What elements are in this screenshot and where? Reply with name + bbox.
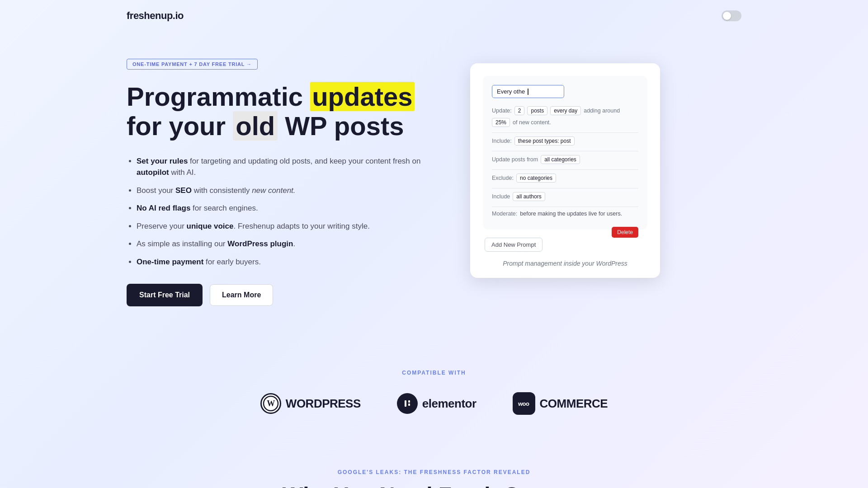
woocommerce-logo: woo COMMERCE (513, 392, 608, 415)
woocommerce-icon: woo (513, 392, 535, 415)
start-trial-button[interactable]: Start Free Trial (127, 284, 203, 306)
bold-text: No AI red flags (137, 204, 190, 212)
bold-text: One-time payment (137, 258, 203, 266)
svg-text:woo: woo (518, 400, 529, 407)
logos-row: W WORDPRESS elementor woo (127, 392, 741, 415)
header: freshenup.io (0, 0, 868, 32)
hero-left: ONE-TIME PAYMENT + 7 DAY FREE TRIAL → Pr… (127, 59, 434, 306)
rule-tag-authors[interactable]: all authors (513, 192, 545, 201)
toggle-thumb (723, 12, 731, 20)
rule-label: Include (492, 193, 510, 200)
rule-row-moderate: Moderate: before making the updates live… (492, 211, 638, 217)
rule-tag[interactable]: no categories (516, 174, 556, 183)
rule-label: Update: (492, 108, 512, 114)
rule-tag[interactable]: 2 (514, 106, 525, 115)
hero-title: Programmatic updates for your old WP pos… (127, 82, 434, 141)
list-item: No AI red flags for search engines. (137, 202, 434, 214)
prompt-text: Every othe (497, 88, 525, 95)
list-item: Boost your SEO with consistently new con… (137, 185, 434, 197)
ui-card: Every othe Update: 2 posts every day add… (470, 63, 660, 278)
rule-tag[interactable]: every day (550, 106, 581, 115)
svg-text:W: W (267, 399, 275, 408)
bold-text: SEO (175, 186, 192, 195)
compatible-label: COMPATIBLE WITH (127, 370, 741, 376)
logo: freshenup.io (127, 10, 184, 22)
woocommerce-label: COMMERCE (540, 397, 608, 411)
toggle-track[interactable] (722, 10, 741, 21)
cta-buttons: Start Free Trial Learn More (127, 284, 434, 306)
title-part3: WP posts (278, 111, 404, 141)
list-item: Set your rules for targeting and updatin… (137, 155, 434, 178)
ui-card-inner: Every othe Update: 2 posts every day add… (483, 76, 647, 230)
rule-tag[interactable]: these post types: post (514, 136, 575, 145)
wordpress-label: WORDPRESS (286, 397, 361, 411)
rule-divider (492, 132, 638, 133)
italic-text: new content. (252, 186, 295, 195)
hero-section: ONE-TIME PAYMENT + 7 DAY FREE TRIAL → Pr… (0, 32, 868, 343)
svg-rect-2 (401, 397, 414, 410)
rule-label: of new content. (513, 119, 551, 126)
title-part1: Programmatic (127, 82, 310, 111)
rule-tag[interactable]: posts (527, 106, 547, 115)
rule-label: Include: (492, 138, 512, 144)
svg-rect-4 (408, 400, 410, 403)
autopilot-text: autopilot (137, 168, 169, 177)
hero-right: Every othe Update: 2 posts every day add… (470, 63, 660, 278)
title-part2: for your (127, 111, 233, 141)
elementor-logo: elementor (397, 393, 476, 414)
google-title: Why You Need Fresh Content (127, 483, 741, 488)
bold-text: WordPress plugin (227, 239, 293, 248)
rule-row-authors: Include all authors (492, 192, 638, 201)
rule-divider (492, 169, 638, 170)
rule-divider (492, 151, 638, 151)
delete-button[interactable]: Delete (612, 227, 638, 238)
prompt-input-row: Every othe (492, 85, 638, 98)
google-section: GOOGLE'S LEAKS: THE FRESHNESS FACTOR REV… (0, 451, 868, 488)
feature-list: Set your rules for targeting and updatin… (127, 155, 434, 268)
rule-divider (492, 206, 638, 207)
rule-tag[interactable]: all categories (541, 155, 580, 164)
rule-row-categories: Update posts from all categories (492, 155, 638, 164)
rule-label: adding around (584, 108, 620, 114)
prompt-input-box[interactable]: Every othe (492, 85, 564, 98)
compatible-section: COMPATIBLE WITH W WORDPRESS e (0, 343, 868, 451)
bold-text: unique voice (187, 222, 234, 230)
rule-label: Exclude: (492, 175, 514, 181)
rule-row-exclude: Exclude: no categories (492, 174, 638, 183)
rule-row-include-types: Include: these post types: post (492, 136, 638, 145)
elementor-icon (397, 393, 418, 414)
moderate-text: before making the updates live for users… (520, 211, 622, 217)
learn-more-button[interactable]: Learn More (210, 284, 273, 306)
rule-divider (492, 188, 638, 188)
rule-tag[interactable]: 25% (492, 118, 510, 127)
rule-row-update: Update: 2 posts every day adding around … (492, 106, 638, 127)
rule-label: Update posts from (492, 156, 538, 163)
title-old: old (233, 111, 278, 141)
svg-rect-5 (408, 404, 410, 406)
wordpress-icon: W (260, 393, 281, 414)
card-caption: Prompt management inside your WordPress (483, 260, 647, 267)
elementor-label: elementor (422, 397, 476, 411)
wordpress-logo: W WORDPRESS (260, 393, 361, 414)
list-item: Preserve your unique voice. Freshenup ad… (137, 221, 434, 232)
list-item: One-time payment for early buyers. (137, 256, 434, 268)
rule-label: Moderate: (492, 211, 517, 217)
text-cursor (528, 89, 528, 95)
svg-rect-3 (405, 400, 406, 407)
google-label: GOOGLE'S LEAKS: THE FRESHNESS FACTOR REV… (127, 469, 741, 475)
title-highlight: updates (310, 82, 414, 111)
theme-toggle[interactable] (722, 10, 741, 21)
add-prompt-button[interactable]: Add New Prompt (485, 238, 542, 252)
promo-badge[interactable]: ONE-TIME PAYMENT + 7 DAY FREE TRIAL → (127, 59, 258, 70)
list-item: As simple as installing our WordPress pl… (137, 238, 434, 250)
bold-text: Set your rules (137, 157, 188, 165)
